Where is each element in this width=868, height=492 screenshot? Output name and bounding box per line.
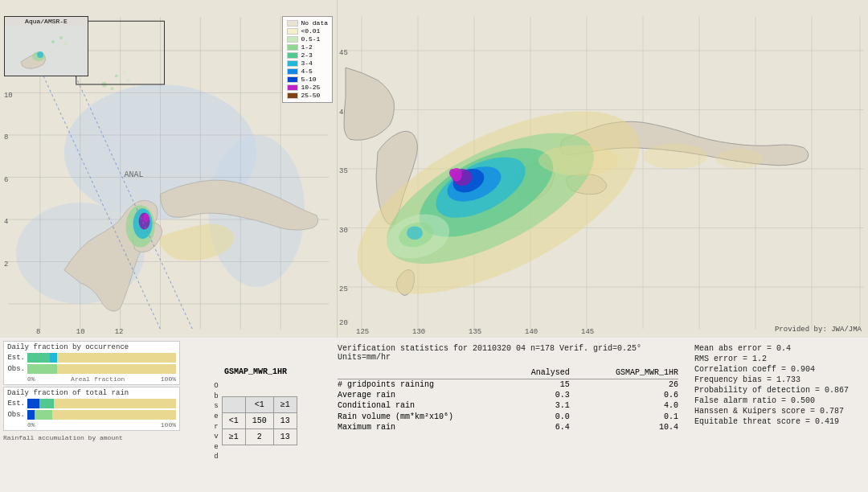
verification-row-val1: 0.0 (511, 411, 578, 422)
obs-bar-fill-green (27, 364, 57, 374)
svg-text:35: 35 (339, 166, 348, 175)
obs-occurrence-row: Obs. (7, 364, 176, 374)
legend-row-1-2: 1-2 (287, 43, 328, 51)
est-rain-yellow (54, 399, 176, 408)
contingency-obs-lt1: <1 (222, 413, 245, 429)
svg-point-46 (56, 45, 59, 47)
contingency-header-lt1: <1 (245, 397, 273, 413)
contingency-obs-ge1: ≥1 (222, 429, 245, 445)
inset-title: Aqua/AMSR-E (5, 17, 88, 26)
inset-svg (5, 26, 88, 76)
verification-gsmap-header: GSMAP_MWR_1HR (578, 367, 678, 379)
contingency-val-lt1-ge1: 13 (273, 413, 297, 429)
legend-label-3-4: 3-4 (301, 59, 312, 67)
svg-text:ANAL: ANAL (125, 170, 144, 179)
est-rain-row: Est. (7, 399, 176, 408)
inset-box: Aqua/AMSR-E (4, 16, 88, 76)
legend-label-lt001: <0.01 (301, 27, 320, 35)
legend-swatch-2-3 (287, 52, 298, 59)
est-rain-label: Est. (7, 400, 25, 408)
rainfall-note: Rainfall accumulation by amount (3, 434, 180, 441)
verification-row-label: # gridpoints raining (338, 379, 511, 391)
contingency-table: <1 ≥1 <1 150 13 ≥1 (222, 396, 297, 445)
bottom-row: Daily fraction by occurrence Est. Obs. (0, 338, 868, 492)
est-bar-fill-yellow (57, 353, 176, 363)
verification-row: Conditional rain 3.1 4.0 (338, 400, 678, 411)
obs-rain-bar (27, 410, 176, 420)
svg-point-34 (115, 74, 118, 77)
legend-label-1-2: 1-2 (301, 43, 312, 51)
bar-axis-rain: 0% 100% (7, 421, 176, 428)
legend-row-3-4: 3-4 (287, 59, 328, 67)
fraction-occurrence-title: Daily fraction by occurrence (7, 343, 176, 351)
svg-text:8: 8 (4, 133, 8, 141)
right-stat-row: False alarm ratio = 0.500 (694, 396, 858, 405)
left-map-panel: GSMAP_MWR_1HR estimates for 20110320 04 (0, 0, 338, 338)
right-map-panel: Hourly Radar-AMeDAS analysis for 2011032… (338, 0, 868, 338)
legend-row-05-1: 0.5-1 (287, 35, 328, 43)
svg-text:125: 125 (356, 327, 369, 336)
contingency-val-ge1-ge1: 13 (273, 429, 297, 445)
verification-section: Verification statistics for 20110320 04 … (331, 341, 685, 489)
svg-point-89 (538, 146, 619, 176)
verification-table: Analysed GSMAP_MWR_1HR # gridpoints rain… (338, 367, 678, 433)
est-label: Est. (7, 354, 25, 362)
svg-text:145: 145 (581, 327, 594, 336)
obs-rain-row: Obs. (7, 410, 176, 420)
svg-point-36 (127, 79, 130, 82)
verification-row-val1: 3.1 (511, 400, 578, 411)
svg-text:30: 30 (339, 226, 348, 235)
verification-row-label: Average rain (338, 390, 511, 400)
obs-rain-label: Obs. (7, 411, 25, 419)
right-stat-row: Probability of detection = 0.867 (694, 386, 858, 395)
bar-axis-occurrence: 0% Areal fraction 100% (7, 375, 176, 383)
right-stats: Mean abs error = 0.4RMS error = 1.2Corre… (688, 341, 865, 489)
legend-box: No data <0.01 0.5-1 1-2 2-3 (282, 16, 333, 103)
legend-row-4-5: 4-5 (287, 68, 328, 75)
obs-rain-blue (27, 410, 35, 420)
legend-swatch-1-2 (287, 44, 298, 51)
right-stat-row: Correlation coeff = 0.904 (694, 365, 858, 374)
contingency-header-ge1: ≥1 (273, 397, 297, 413)
verification-title: Verification statistics for 20110320 04 … (338, 344, 678, 362)
est-rain-bar (27, 399, 176, 408)
verification-row-val2: 0.6 (578, 390, 678, 400)
legend-row-2-3: 2-3 (287, 51, 328, 59)
svg-point-43 (51, 40, 55, 43)
svg-text:45: 45 (339, 48, 348, 57)
rain-axis-right: 100% (161, 421, 176, 428)
svg-text:2: 2 (4, 260, 8, 269)
legend-swatch-4-5 (287, 68, 298, 75)
est-occurrence-bar (27, 353, 176, 363)
legend-swatch-5-10 (287, 76, 298, 83)
est-bar-fill-green (27, 353, 50, 363)
contingency-header-empty (222, 397, 245, 413)
verification-row: Average rain 0.3 0.6 (338, 390, 678, 400)
obs-label: Obs. (7, 365, 25, 373)
verification-col1-header (338, 367, 511, 379)
contingency-section: GSMAP_MWR_1HR O b s e r v e d <1 ≥1 (183, 341, 328, 489)
svg-text:4: 4 (4, 217, 9, 226)
legend-swatch-05-1 (287, 36, 298, 43)
contingency-val-ge1-lt1: 2 (245, 429, 273, 445)
legend-label-10-25: 10-25 (301, 84, 320, 91)
obs-rain-green (35, 410, 52, 420)
obs-occurrence-bar (27, 364, 176, 374)
verification-row-val2: 0.1 (578, 411, 678, 422)
provided-by: Provided by: JWA/JMA (775, 326, 862, 334)
svg-point-88 (407, 226, 423, 240)
legend-swatch-10-25 (287, 84, 298, 91)
legend-label-5-10: 5-10 (301, 76, 316, 83)
svg-point-90 (643, 144, 707, 170)
right-stat-row: Frequency bias = 1.733 (694, 375, 858, 384)
legend-row-10-25: 10-25 (287, 84, 328, 91)
est-bar-fill-cyan (50, 353, 57, 363)
verification-row-val2: 4.0 (578, 400, 678, 411)
right-stat-row: Mean abs error = 0.4 (694, 344, 858, 353)
right-stat-row: RMS error = 1.2 (694, 355, 858, 363)
svg-point-91 (715, 149, 764, 169)
svg-text:20: 20 (339, 318, 348, 327)
legend-swatch-nodata (287, 20, 298, 27)
legend-label-4-5: 4-5 (301, 68, 312, 75)
fraction-rain-title: Daily fraction of total rain (7, 389, 176, 397)
